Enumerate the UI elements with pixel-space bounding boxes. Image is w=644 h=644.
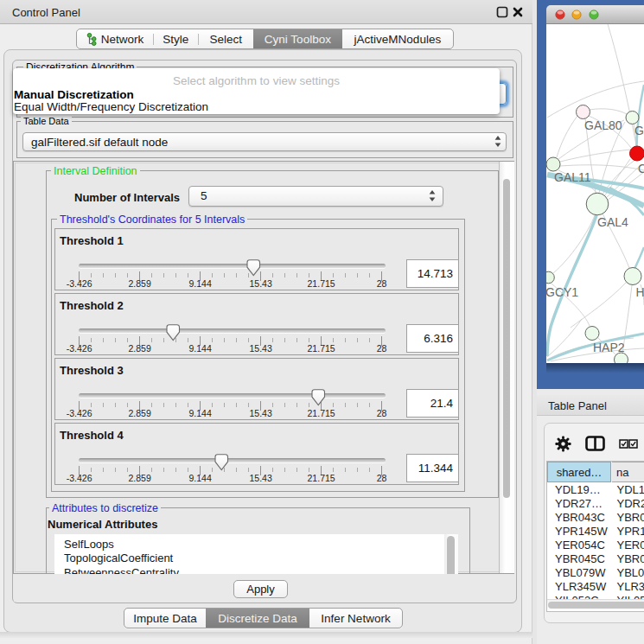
svg-text:GAL4: GAL4 — [597, 215, 628, 229]
svg-text:HAP1: HAP1 — [636, 285, 644, 299]
svg-text:GAL1: GAL1 — [634, 124, 644, 137]
svg-text:GCY1: GCY1 — [546, 285, 578, 299]
svg-text:GAL80: GAL80 — [584, 118, 622, 132]
svg-text:CY: CY — [638, 162, 644, 175]
svg-text:GAL11: GAL11 — [554, 170, 591, 184]
svg-text:HAP2: HAP2 — [593, 341, 625, 354]
